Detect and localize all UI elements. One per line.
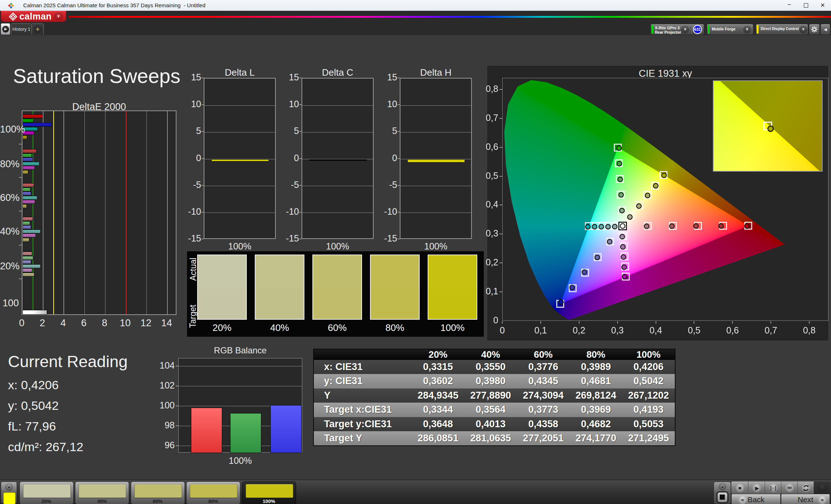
measured-blue bbox=[570, 285, 574, 290]
maximize-button[interactable] bbox=[798, 0, 814, 11]
meter-count-badge[interactable]: 631 bbox=[693, 25, 702, 34]
swatch-label: 20% bbox=[197, 322, 247, 333]
deltae-bar-yellow-60% bbox=[22, 204, 27, 208]
cie-xtick: 0 bbox=[490, 325, 515, 336]
mini-xlabel: 100% bbox=[204, 241, 276, 252]
settings-button[interactable] bbox=[809, 24, 820, 35]
collapse-panel-button[interactable]: ◀ bbox=[820, 24, 830, 35]
cie-xtick: 0,7 bbox=[758, 325, 784, 336]
bottom-toolbar: ▲ ▲ « Back Next » 20%40%60%80%100%■▶[··]… bbox=[0, 480, 831, 504]
measurement-color-control[interactable]: ▲ bbox=[1, 482, 17, 504]
cie-ytick: 0,8 bbox=[475, 84, 498, 94]
mini-ytick: 0 bbox=[377, 153, 397, 163]
cell: 0,3776 bbox=[517, 360, 569, 374]
level-button-40%[interactable]: 40% bbox=[75, 482, 129, 504]
cell: 286,0851 bbox=[412, 431, 464, 446]
tick bbox=[540, 321, 541, 324]
add-tab-button[interactable]: + bbox=[32, 23, 44, 35]
meter-mode: Rear Projector bbox=[655, 30, 681, 34]
chevron-left-icon: ◀ bbox=[824, 27, 827, 32]
tick bbox=[499, 262, 502, 263]
cie-ytick: 0,4 bbox=[475, 199, 498, 210]
meter-dropdown[interactable]: X-Rite i1Pro 3 Rear Projector ▼ 631 bbox=[651, 24, 704, 35]
swatch-label: 60% bbox=[312, 322, 362, 333]
cell: 0,4358 bbox=[517, 417, 569, 432]
table-row-y: CIE31: y: CIE310,36020,39800,43450,46810,5042 bbox=[314, 374, 675, 388]
expand-up-icon[interactable]: ▲ bbox=[719, 483, 726, 491]
row-label: Target Y bbox=[324, 431, 362, 446]
stop-icon: ■ bbox=[735, 483, 745, 493]
level-button-20%[interactable]: 20% bbox=[20, 482, 74, 504]
chevron-down-icon[interactable]: ▼ bbox=[681, 26, 689, 33]
cie-ytick: 0,5 bbox=[475, 171, 498, 181]
table-header-20%: 20% bbox=[412, 349, 464, 360]
sync-button[interactable] bbox=[798, 482, 814, 494]
cell: 281,0635 bbox=[464, 431, 517, 446]
swatch-60% bbox=[312, 255, 362, 320]
deltae-bar-blue-80% bbox=[22, 158, 33, 161]
level-label: 20% bbox=[20, 499, 73, 504]
next-button[interactable]: Next » bbox=[781, 494, 830, 504]
grid-line bbox=[146, 111, 147, 314]
mini-ytick: 15 bbox=[279, 72, 299, 83]
deltae-bar-green-20% bbox=[22, 256, 33, 260]
tab-scroll-button[interactable]: ▶ bbox=[1, 23, 10, 35]
source-status-bar bbox=[708, 25, 710, 34]
cie-xtick: 0,4 bbox=[643, 325, 669, 336]
cell: 267,1202 bbox=[622, 388, 675, 403]
tick bbox=[770, 321, 771, 324]
expand-up-icon[interactable]: ▲ bbox=[5, 483, 13, 491]
measured-green bbox=[618, 177, 623, 182]
actual-swatch-100% bbox=[428, 255, 477, 287]
disabled-control bbox=[814, 482, 831, 494]
tick bbox=[299, 131, 302, 132]
measured-cyan bbox=[592, 224, 597, 229]
chevron-down-icon[interactable]: ▼ bbox=[743, 26, 751, 33]
measure-mode-control[interactable]: ▲ bbox=[714, 482, 731, 504]
level-button-80%[interactable]: 80% bbox=[186, 482, 240, 504]
mini-ytick: 15 bbox=[377, 72, 397, 83]
actual-swatch-40% bbox=[255, 255, 304, 287]
chevron-down-icon[interactable]: ▼ bbox=[799, 26, 807, 33]
measured-magenta bbox=[622, 265, 627, 269]
level-button-60%[interactable]: 60% bbox=[131, 482, 185, 504]
reference-line-3 bbox=[53, 111, 54, 314]
level-patch-100% bbox=[246, 484, 293, 498]
deltae-ytick: 60% bbox=[0, 192, 19, 203]
rgb-xlabel: 100% bbox=[178, 455, 302, 466]
mini-xlabel: 100% bbox=[400, 241, 472, 252]
tick bbox=[19, 278, 22, 279]
stop-button[interactable]: ■ bbox=[731, 482, 748, 494]
deltae-bar-blue-40% bbox=[22, 225, 31, 229]
row-label: Target x:CIE31 bbox=[324, 403, 392, 417]
minimize-button[interactable]: – bbox=[781, 0, 798, 11]
tab-history-1[interactable]: History 1 bbox=[11, 23, 32, 35]
measured-cyan bbox=[606, 224, 610, 229]
close-button[interactable]: ✕ bbox=[814, 0, 831, 11]
calman-menu-dropdown-icon[interactable]: ▼ bbox=[55, 13, 62, 20]
reference-line-10 bbox=[126, 111, 126, 314]
mini-ytick: 0 bbox=[279, 153, 299, 163]
rgb-ytick: 104 bbox=[153, 360, 175, 371]
mini-ytick: 5 bbox=[377, 126, 397, 136]
range-button[interactable]: [··] bbox=[765, 482, 781, 494]
tick bbox=[201, 185, 204, 186]
level-button-100%[interactable]: 100% bbox=[242, 482, 296, 504]
measured-magenta bbox=[621, 255, 626, 259]
cell: 0,3980 bbox=[464, 374, 517, 388]
play-button[interactable]: ▶ bbox=[748, 482, 765, 494]
cell: 277,2051 bbox=[517, 431, 569, 446]
calman-menu-button[interactable]: calman ▼ bbox=[1, 11, 66, 22]
loop-button[interactable]: ∞ bbox=[781, 482, 798, 494]
source-dropdown[interactable]: Mobile Forge ▼ bbox=[707, 24, 753, 35]
swatch-80% bbox=[370, 255, 420, 320]
table-header: 20%40%60%80%100% bbox=[314, 349, 675, 360]
display-control-dropdown[interactable]: Direct Display Control ▼ bbox=[756, 24, 808, 35]
mini-bar-0 bbox=[211, 159, 269, 162]
back-button[interactable]: « Back bbox=[731, 494, 781, 504]
chevrons-right-icon: » bbox=[818, 495, 827, 504]
tick bbox=[176, 445, 178, 446]
cie-ytick: 0 bbox=[475, 315, 498, 326]
tick bbox=[299, 77, 302, 78]
calman-app-window: Calman 2025 Calman Ultimate for Business… bbox=[0, 0, 831, 504]
